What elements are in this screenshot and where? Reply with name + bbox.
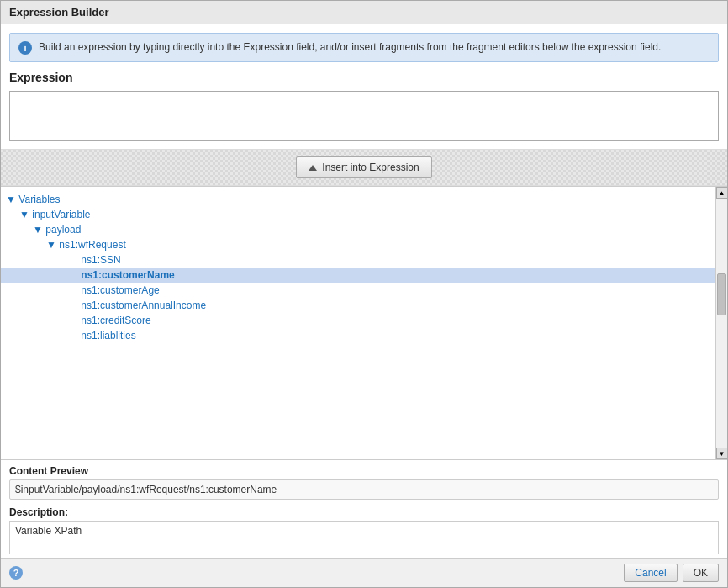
content-preview-value: $inputVariable/payload/ns1:wfRequest/ns1… bbox=[9, 479, 719, 500]
tree-item-ns1liablities[interactable]: ns1:liablities bbox=[1, 328, 715, 343]
expression-input[interactable] bbox=[9, 91, 719, 141]
content-preview-label: Content Preview bbox=[9, 465, 719, 477]
scrollbar-down-button[interactable]: ▼ bbox=[716, 448, 728, 459]
scrollbar-thumb[interactable] bbox=[717, 273, 726, 315]
label-payload: payload bbox=[45, 224, 81, 236]
scrollbar-up-button[interactable]: ▲ bbox=[716, 187, 728, 199]
footer-buttons: Cancel OK bbox=[624, 564, 719, 582]
content-preview-section: Content Preview $inputVariable/payload/n… bbox=[1, 459, 727, 503]
toggle-inputvariable: ▼ bbox=[19, 209, 29, 220]
main-content: i Build an expression by typing directly… bbox=[1, 24, 727, 558]
tree-item-payload[interactable]: ▼ payload bbox=[1, 222, 715, 237]
label-variables: Variables bbox=[18, 193, 60, 205]
description-box: Variable XPath bbox=[9, 521, 719, 554]
expression-builder-dialog: Expression Builder i Build an expression… bbox=[0, 0, 728, 588]
label-ns1customerannualincome: ns1:customerAnnualIncome bbox=[81, 299, 206, 311]
info-text: Build an expression by typing directly i… bbox=[39, 40, 661, 55]
description-label: Description: bbox=[9, 506, 719, 518]
dialog-footer: ? Cancel OK bbox=[1, 558, 727, 587]
tree-item-ns1customerannualincome[interactable]: ns1:customerAnnualIncome bbox=[1, 298, 715, 313]
scrollbar-track: ▲ ▼ bbox=[715, 187, 727, 459]
up-arrow-icon bbox=[309, 165, 317, 171]
insert-button-row: Insert into Expression bbox=[1, 149, 727, 186]
expression-area bbox=[9, 91, 719, 144]
description-section: Description: Variable XPath bbox=[1, 503, 727, 558]
tree-item-ns1customername[interactable]: ns1:customerName bbox=[1, 268, 715, 283]
expression-label: Expression bbox=[1, 67, 727, 87]
label-inputvariable: inputVariable bbox=[32, 209, 90, 220]
ok-button[interactable]: OK bbox=[683, 564, 719, 582]
tree-item-ns1wfrequest[interactable]: ▼ ns1:wfRequest bbox=[1, 237, 715, 252]
insert-into-expression-button[interactable]: Insert into Expression bbox=[296, 156, 431, 178]
tree-panel: ▼ Variables ▼ inputVariable ▼ payload ▼ … bbox=[1, 186, 727, 459]
tree-content: ▼ Variables ▼ inputVariable ▼ payload ▼ … bbox=[1, 187, 715, 459]
tree-item-ns1ssn[interactable]: ns1:SSN bbox=[1, 252, 715, 268]
label-ns1customername: ns1:customerName bbox=[81, 269, 174, 281]
tree-item-ns1creditscore[interactable]: ns1:creditScore bbox=[1, 313, 715, 328]
toggle-payload: ▼ bbox=[33, 224, 43, 236]
help-icon[interactable]: ? bbox=[9, 566, 23, 580]
info-bar: i Build an expression by typing directly… bbox=[9, 33, 719, 62]
label-ns1customerage: ns1:customerAge bbox=[81, 284, 159, 296]
tree-item-inputvariable[interactable]: ▼ inputVariable bbox=[1, 207, 715, 222]
tree-item-variables[interactable]: ▼ Variables bbox=[1, 192, 715, 207]
label-ns1liablities: ns1:liablities bbox=[81, 330, 135, 342]
toggle-ns1wfrequest: ▼ bbox=[46, 239, 56, 251]
scrollbar-thumb-area bbox=[716, 199, 727, 448]
label-ns1wfrequest: ns1:wfRequest bbox=[59, 239, 125, 251]
insert-button-label: Insert into Expression bbox=[322, 162, 419, 173]
tree-item-ns1customerage[interactable]: ns1:customerAge bbox=[1, 283, 715, 298]
dialog-title: Expression Builder bbox=[1, 1, 727, 24]
toggle-variables: ▼ bbox=[6, 193, 16, 205]
info-icon: i bbox=[18, 41, 32, 55]
label-ns1creditscore: ns1:creditScore bbox=[81, 315, 150, 326]
label-ns1ssn: ns1:SSN bbox=[81, 254, 120, 266]
description-value: Variable XPath bbox=[15, 525, 82, 537]
cancel-button[interactable]: Cancel bbox=[624, 564, 677, 582]
